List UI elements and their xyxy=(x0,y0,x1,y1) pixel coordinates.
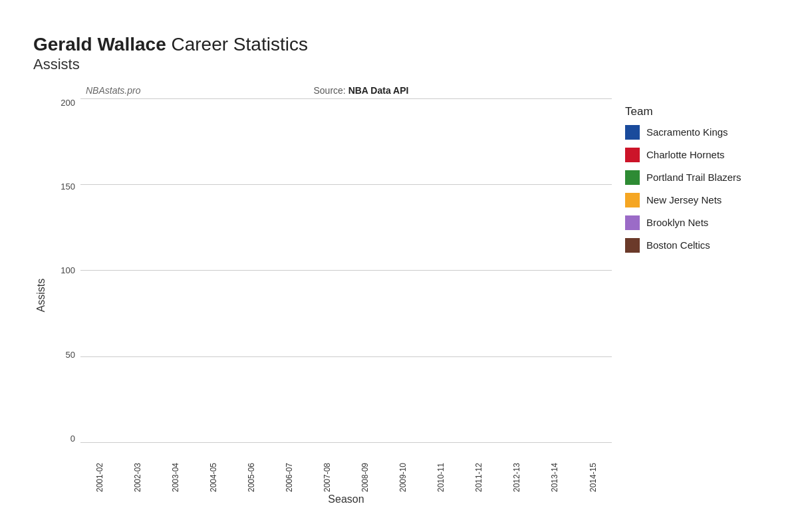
x-label-text: 2013-14 xyxy=(550,446,559,492)
legend-label: Sacramento Kings xyxy=(646,126,728,138)
x-label-text: 2011-12 xyxy=(474,446,483,492)
x-label-text: 2007-08 xyxy=(323,446,332,492)
x-label-item: 2012-13 xyxy=(498,446,536,492)
chart-subtitle: Assists xyxy=(33,56,771,73)
x-label-item: 2002-03 xyxy=(118,446,156,492)
x-axis-label: Season xyxy=(53,493,612,505)
x-label-text: 2003-04 xyxy=(171,446,180,492)
bars-row xyxy=(80,98,612,443)
x-label-item: 2004-05 xyxy=(194,446,232,492)
y-ticks: 050100150200 xyxy=(53,98,80,443)
x-label-text: 2008-09 xyxy=(360,446,370,492)
legend-color-box xyxy=(625,125,640,140)
x-label-text: 2006-07 xyxy=(285,446,294,492)
legend-item: Brooklyn Nets xyxy=(625,215,771,230)
grid-and-bars: 050100150200 xyxy=(53,98,612,443)
x-label-text: 2009-10 xyxy=(398,446,408,492)
site-name: NBAstats.pro xyxy=(86,85,140,96)
chart-inner: NBAstats.pro Source: NBA Data API 050100… xyxy=(53,85,771,505)
legend-item: Boston Celtics xyxy=(625,238,771,253)
x-label-item: 2006-07 xyxy=(270,446,308,492)
source-row: NBAstats.pro Source: NBA Data API xyxy=(53,85,771,96)
y-tick: 0 xyxy=(53,434,75,443)
y-tick: 150 xyxy=(53,182,75,191)
x-label-item: 2011-12 xyxy=(460,446,498,492)
x-label-text: 2005-06 xyxy=(247,446,256,492)
x-labels: 2001-022002-032003-042004-052005-062006-… xyxy=(53,446,612,492)
y-axis-label: Assists xyxy=(33,85,49,505)
x-label-item: 2001-02 xyxy=(80,446,118,492)
legend-color-box xyxy=(625,215,640,230)
y-tick: 50 xyxy=(53,350,75,359)
x-label-text: 2004-05 xyxy=(209,446,218,492)
x-label-item: 2010-11 xyxy=(422,446,460,492)
source-text: Source: NBA Data API xyxy=(313,85,408,96)
x-label-text: 2001-02 xyxy=(95,446,104,492)
y-tick: 100 xyxy=(53,266,75,275)
x-label-text: 2010-11 xyxy=(436,446,446,492)
x-label-text: 2012-13 xyxy=(512,446,521,492)
bars-grid xyxy=(80,98,612,443)
x-label-item: 2008-09 xyxy=(346,446,384,492)
legend-item: Portland Trail Blazers xyxy=(625,170,771,185)
x-label-item: 2009-10 xyxy=(384,446,422,492)
legend-color-box xyxy=(625,148,640,162)
x-label-item: 2007-08 xyxy=(308,446,346,492)
chart-area: Assists NBAstats.pro Source: NBA Data AP… xyxy=(33,85,771,505)
legend-label: Charlotte Hornets xyxy=(646,149,725,160)
x-label-item: 2014-15 xyxy=(574,446,612,492)
x-label-item: 2003-04 xyxy=(156,446,194,492)
chart-title: Gerald Wallace Career Statistics xyxy=(33,33,771,56)
legend-item: Charlotte Hornets xyxy=(625,148,771,162)
x-label-item: 2013-14 xyxy=(536,446,574,492)
title-section: Gerald Wallace Career Statistics Assists xyxy=(33,33,771,73)
legend-color-box xyxy=(625,170,640,185)
legend-item: New Jersey Nets xyxy=(625,193,771,207)
legend-color-box xyxy=(625,238,640,253)
x-label-text: 2014-15 xyxy=(589,446,598,492)
y-tick: 200 xyxy=(53,98,75,107)
x-label-item: 2005-06 xyxy=(232,446,270,492)
legend-label: Portland Trail Blazers xyxy=(646,172,741,183)
legend-label: Brooklyn Nets xyxy=(646,217,708,228)
plot-and-legend: 050100150200 2001-022002-032003-042004-0… xyxy=(53,98,771,505)
legend-label: Boston Celtics xyxy=(646,239,710,251)
x-label-text: 2002-03 xyxy=(133,446,142,492)
plot-area: 050100150200 2001-022002-032003-042004-0… xyxy=(53,98,612,505)
legend: Team Sacramento KingsCharlotte HornetsPo… xyxy=(612,98,771,505)
legend-color-box xyxy=(625,193,640,207)
legend-label: New Jersey Nets xyxy=(646,194,722,205)
chart-container: Gerald Wallace Career Statistics Assists… xyxy=(13,13,785,519)
legend-title: Team xyxy=(625,105,771,118)
legend-item: Sacramento Kings xyxy=(625,125,771,140)
